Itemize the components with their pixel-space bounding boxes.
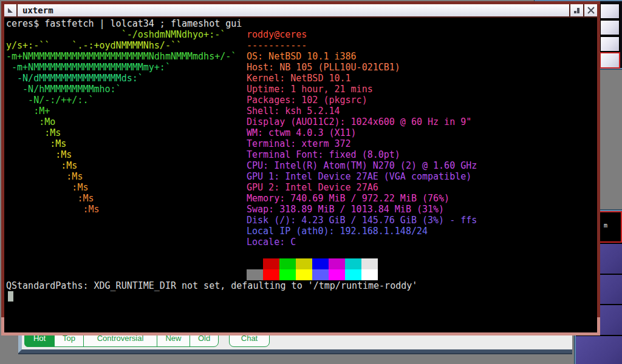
palette-swatch — [361, 258, 378, 269]
terminal-text: :Ms — [6, 127, 61, 138]
terminal-text: -N/dMMMMMMMMMMMMMMMds:` — [6, 73, 143, 84]
fastfetch-info-text: roddy@ceres — [247, 29, 307, 40]
iconify-icon — [8, 8, 13, 13]
palette-swatch — [329, 258, 345, 269]
palette-swatch — [345, 258, 361, 269]
terminal-text: QStandardPaths: XDG_RUNTIME_DIR not set,… — [6, 280, 417, 291]
palette-swatch — [312, 269, 329, 280]
terminal-row: y/s+:-`` `.-:+oydNMMMMNhs/-``----------- — [6, 40, 597, 51]
resize-button[interactable] — [569, 4, 583, 16]
resize-icon — [572, 5, 582, 15]
terminal-row: QStandardPaths: XDG_RUNTIME_DIR not set,… — [6, 280, 597, 291]
fastfetch-info-text: WM: ctwm 4.0.3 (X11) — [247, 127, 357, 138]
palette-swatch — [263, 269, 279, 280]
terminal-row: -N/dMMMMMMMMMMMMMMMds:`Kernel: NetBSD 10… — [6, 73, 597, 84]
fastfetch-info-text: Display (AUO11C2): 622x364 @ 60 Hz in 9… — [247, 116, 471, 127]
fastfetch-info-text: Disk (/): 4.23 GiB / 145.76 GiB (3%) - f… — [247, 215, 477, 226]
close-button[interactable] — [583, 4, 597, 16]
terminal-row: :MsWM: ctwm 4.0.3 (X11) — [6, 127, 597, 138]
palette-swatch — [279, 258, 296, 269]
terminal-row — [6, 248, 597, 258]
fastfetch-info-text: CPU: Intel(R) Atom(TM) N270 (2) @ 1.60 G… — [247, 160, 477, 171]
fastfetch-info-text: GPU 2: Intel Device 27A6 — [247, 182, 378, 193]
terminal-text: `-/oshdmNMNdhyo+:-` — [6, 29, 225, 40]
terminal-text: -m+NMMMMMMMMMMMMMMMMMMMMMMNdhmNMMMmdhs+/… — [6, 51, 236, 62]
fastfetch-info-text: Uptime: 1 hour, 21 mins — [247, 84, 373, 95]
terminal-row — [6, 291, 597, 302]
fastfetch-info-text: GPU 1: Intel Device 27AE (VGA compatible… — [247, 171, 471, 182]
terminal-text: y/s+:-`` `.-:+oydNMMMMNhs/-`` — [6, 40, 182, 51]
icon-manager-entry[interactable] — [600, 36, 620, 52]
close-icon — [586, 5, 596, 15]
terminal-row: :MsCPU: Intel(R) Atom(TM) N270 (2) @ 1.6… — [6, 160, 597, 171]
palette-swatch — [345, 269, 361, 280]
terminal-text: :M+ — [6, 106, 50, 116]
color-palette-row — [247, 269, 378, 280]
icon-manager-entry[interactable] — [576, 336, 622, 364]
terminal-row: :MsTerminal Font: fixed (8.0pt) — [6, 149, 597, 160]
terminal-row: :M+Shell: ksh 5.2.14 — [6, 106, 597, 116]
fastfetch-info-text: Terminal Font: fixed (8.0pt) — [247, 149, 400, 160]
fastfetch-info-text: Locale: C — [247, 237, 296, 248]
icon-manager-entry-label: m — [604, 222, 607, 229]
terminal-row: Locale: C — [6, 237, 597, 248]
icon-manager-entry[interactable] — [600, 19, 620, 36]
icon-manager-entry[interactable] — [600, 52, 620, 69]
palette-swatch — [247, 269, 263, 280]
terminal-row: `-/oshdmNMNdhyo+:-`roddy@ceres — [6, 29, 597, 40]
terminal-text: -m+NMMMMMMMMMMMMMMMMMMMMmy+:` — [6, 62, 171, 73]
terminal-row — [6, 258, 597, 269]
resize-grip-bottom[interactable] — [1, 332, 600, 335]
fastfetch-info-text: Local IP (ath0): 192.168.1.148/24 — [247, 226, 428, 237]
terminal-row: -N/hMMMMMMMMMmho:`Uptime: 1 hour, 21 min… — [6, 84, 597, 95]
terminal-row: :MsSwap: 318.89 MiB / 1013.84 MiB (31%) — [6, 204, 597, 215]
fastfetch-info-text: Terminal: xterm 372 — [247, 138, 351, 149]
terminal-row: ceres$ fastfetch | lolcat34 ; flameshot … — [6, 18, 597, 29]
iconify-button[interactable] — [4, 4, 18, 16]
terminal-row: :MsTerminal: xterm 372 — [6, 138, 597, 149]
palette-swatch — [296, 258, 312, 269]
terminal-text: ceres$ fastfetch | lolcat34 ; flameshot … — [6, 18, 242, 29]
icon-manager-entry[interactable] — [600, 3, 620, 19]
fastfetch-info-text: Kernel: NetBSD 10.1 — [247, 73, 351, 84]
terminal-row: :MsGPU 2: Intel Device 27A6 — [6, 182, 597, 193]
palette-swatch — [263, 258, 279, 269]
fastfetch-info-text: Host: NB 105 (PLL10U-021CB1) — [247, 62, 400, 73]
terminal-text: :Ms — [6, 193, 94, 204]
terminal-text: :Ms — [6, 160, 77, 171]
terminal-row: Disk (/): 4.23 GiB / 145.76 GiB (3%) - f… — [6, 215, 597, 226]
terminal-text: -N/-:/++/:.` — [6, 95, 94, 106]
terminal-text: :Ms — [6, 149, 72, 160]
terminal-row: -m+NMMMMMMMMMMMMMMMMMMMMmy+:`Host: NB 10… — [6, 62, 597, 73]
terminal-cursor — [8, 291, 13, 302]
terminal-text: :Mo — [6, 116, 55, 127]
palette-swatch — [296, 269, 312, 280]
terminal-row: Local IP (ath0): 192.168.1.148/24 — [6, 226, 597, 237]
terminal-row: -N/-:/++/:.`Packages: 102 (pkgsrc) — [6, 95, 597, 106]
terminal-text: -N/hMMMMMMMMMmho:` — [6, 84, 121, 95]
color-palette-row — [247, 258, 378, 269]
terminal-text: :Ms — [6, 182, 88, 193]
fastfetch-info-text: Memory: 740.69 MiB / 972.22 MiB (76%) — [247, 193, 449, 204]
terminal-text: :Ms — [6, 171, 83, 182]
fastfetch-info-text: Packages: 102 (pkgsrc) — [247, 95, 367, 106]
terminal-screen[interactable]: ceres$ fastfetch | lolcat34 ; flameshot … — [4, 18, 597, 332]
palette-swatch — [361, 269, 378, 280]
terminal-text: :Ms — [6, 204, 100, 215]
terminal-row: :MsGPU 1: Intel Device 27AE (VGA compati… — [6, 171, 597, 182]
fastfetch-info-text: OS: NetBSD 10.1 i386 — [247, 51, 357, 62]
terminal-row: -m+NMMMMMMMMMMMMMMMMMMMMMMNdhmNMMMmdhs+/… — [6, 51, 597, 62]
palette-swatch — [329, 269, 345, 280]
terminal-row: :MsMemory: 740.69 MiB / 972.22 MiB (76%) — [6, 193, 597, 204]
palette-swatch — [247, 258, 263, 269]
palette-swatch — [312, 258, 329, 269]
desktop: { "window": { "title": "uxterm", "icons"… — [0, 0, 622, 364]
terminal-row: :MoDisplay (AUO11C2): 622x364 @ 60 Hz i… — [6, 116, 597, 127]
uxterm-window[interactable]: uxterm ceres$ fastfetch | lolcat34 ; fla… — [1, 1, 600, 335]
fastfetch-info-text: Shell: ksh 5.2.14 — [247, 106, 340, 116]
terminal-text: :Ms — [6, 138, 66, 149]
fastfetch-info-text: Swap: 318.89 MiB / 1013.84 MiB (31%) — [247, 204, 444, 215]
title-bar[interactable]: uxterm — [4, 4, 597, 18]
window-title: uxterm — [18, 4, 569, 16]
terminal-row — [6, 269, 597, 280]
